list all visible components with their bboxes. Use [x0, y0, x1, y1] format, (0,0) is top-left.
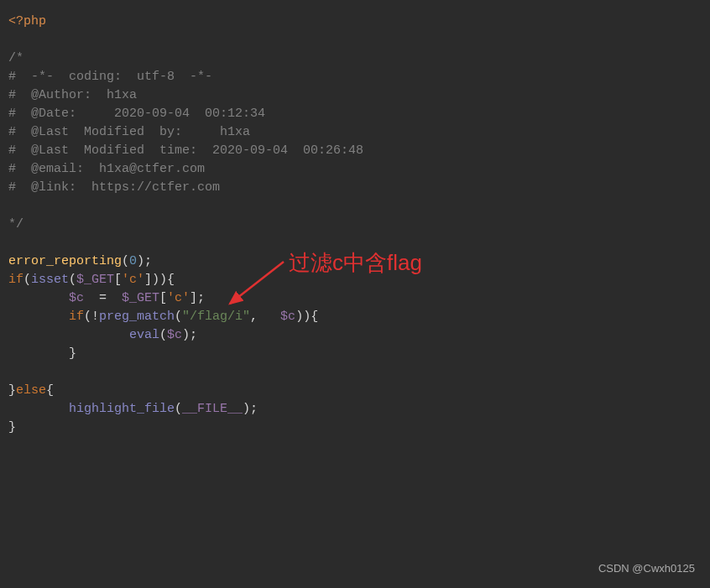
equals: =	[84, 291, 122, 305]
comment-line: # @email: h1xa@ctfer.com	[8, 162, 205, 176]
comment-line: # @Author: h1xa	[8, 88, 137, 102]
comment-line: # -*- coding: utf-8 -*-	[8, 70, 212, 84]
keyword-if: if	[8, 273, 23, 287]
var-c: $c	[280, 310, 295, 324]
code-block: <?php /* # -*- coding: utf-8 -*- # @Auth…	[8, 13, 702, 437]
keyword-if: if	[69, 310, 84, 324]
func-eval: eval	[129, 328, 159, 342]
var-c: $c	[69, 291, 84, 305]
comment-line: # @link: https://ctfer.com	[8, 180, 220, 195]
php-open-tag: <?php	[8, 14, 46, 29]
func-isset: isset	[31, 273, 69, 287]
var-c: $c	[167, 328, 182, 342]
var-get: $_GET	[122, 291, 159, 305]
func-preg-match: preg_match	[99, 310, 175, 324]
func-error-reporting: error_reporting	[8, 254, 122, 268]
string-regex: "/flag/i"	[182, 310, 250, 324]
comment-line: # @Date: 2020-09-04 00:12:34	[8, 107, 265, 121]
const-file: __FILE__	[182, 402, 243, 416]
comment-open: /*	[8, 51, 23, 65]
comment-line: # @Last Modified by: h1xa	[8, 125, 250, 139]
watermark: CSDN @Cwxh0125	[598, 559, 695, 578]
func-highlight-file: highlight_file	[69, 402, 175, 416]
number-zero: 0	[129, 254, 137, 268]
keyword-else: else	[16, 383, 46, 398]
var-get: $_GET	[76, 273, 114, 287]
comment-close: */	[8, 217, 23, 232]
comment-line: # @Last Modified time: 2020-09-04 00:26:…	[8, 143, 363, 158]
